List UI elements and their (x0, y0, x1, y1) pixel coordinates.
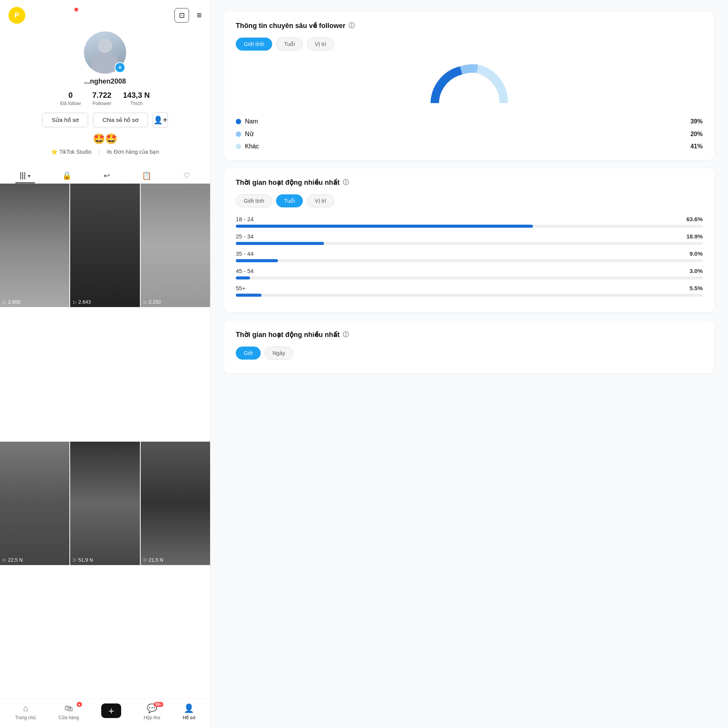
video-count-4: ▷ 22,5 N (3, 557, 23, 563)
tiktok-studio-link[interactable]: ⭐ TikTok Studio (51, 149, 92, 155)
play-icon-4: ▷ (3, 557, 7, 562)
age-row-18-24: 18 - 24 63.6% (236, 216, 703, 228)
video-thumb-4[interactable]: ▷ 22,5 N (0, 442, 69, 565)
nam-pct: 39% (690, 118, 703, 125)
orders-icon: 🛍 (107, 149, 112, 155)
legend-row-nu: Nữ 20% (236, 130, 703, 138)
app-icon: P (8, 7, 25, 24)
time-of-day-title: Thời gian hoạt động nhiều nhất ⓘ (236, 330, 703, 339)
stat-follower-label: Follower (92, 100, 112, 106)
bar-fill-55plus (236, 294, 261, 297)
video-count-1: ▷ 2.800 (3, 299, 21, 305)
action-btns: Sửa hồ sơ Chia sẻ hồ sơ 👤+ (42, 112, 168, 128)
filter-tab-gender[interactable]: Giới tính (236, 38, 272, 51)
bookmark-tab-icon: 📋 (142, 171, 151, 180)
share-profile-button[interactable]: Chia sẻ hồ sơ (93, 113, 148, 127)
video-thumb-3[interactable]: ▷ 2.292 (141, 184, 210, 307)
tab-reposts[interactable]: ↩ (99, 168, 115, 183)
create-post-button[interactable]: + (101, 703, 121, 718)
nav-profile[interactable]: 👤 Hồ sơ (183, 703, 195, 720)
add-friend-button[interactable]: 👤+ (153, 112, 168, 128)
stat-follow-label: Đã follow (60, 100, 81, 106)
tab-liked[interactable]: ♡ (179, 168, 195, 183)
age-range-35-44: 35 - 44 (236, 250, 254, 257)
follower-info-icon: ⓘ (348, 22, 355, 30)
add-avatar-button[interactable]: + (115, 62, 125, 73)
age-filter-tabs: Giới tính Tuổi Vị trí (236, 194, 703, 207)
age-row-35-44: 35 - 44 9.0% (236, 250, 703, 262)
menu-icon[interactable]: ≡ (197, 10, 202, 20)
avatar-wrap: + (84, 31, 126, 74)
bar-fill-18-24 (236, 225, 533, 228)
age-filter-age[interactable]: Tuổi (276, 194, 303, 207)
bar-track-25-34 (236, 242, 703, 245)
age-range-55plus: 55+ (236, 285, 245, 291)
nav-shop-label: Cửa hàng (59, 715, 79, 720)
tiktok-studio-icon: ⭐ (51, 149, 58, 155)
nav-home[interactable]: ⌂ Trang chủ (15, 703, 36, 720)
bookmark-icon[interactable]: ⊡ (174, 8, 189, 23)
nav-inbox[interactable]: 💬 99+ Hộp thư (144, 703, 161, 720)
bar-fill-35-44 (236, 259, 278, 262)
profile-links: ⭐ TikTok Studio | 🛍 Đơn hàng của bạn (51, 149, 159, 155)
time-of-day-card: Thời gian hoạt động nhiều nhất ⓘ Giờ Ngà… (224, 320, 714, 373)
inbox-badge: 99+ (154, 702, 163, 707)
video-thumb-2[interactable]: ▷ 2.643 (70, 184, 140, 307)
age-filter-gender[interactable]: Giới tính (236, 194, 272, 207)
edit-profile-button[interactable]: Sửa hồ sơ (42, 113, 89, 127)
video-count-6: ▷ 21,5 N (144, 557, 163, 563)
time-tab-day[interactable]: Ngày (265, 347, 293, 360)
age-row-45-54: 45 - 54 3.0% (236, 268, 703, 279)
bar-fill-45-54 (236, 276, 250, 279)
khac-label: Khác (245, 143, 259, 150)
age-row-25-34: 25 - 34 18.9% (236, 233, 703, 245)
age-pct-55plus: 5.5% (690, 285, 703, 291)
nav-shop[interactable]: 🛍 ● Cửa hàng (59, 703, 79, 720)
stat-likes: 143,3 N Thích (123, 91, 150, 106)
profile-section: + ...nghen2008 0 Đã follow 7.722 Followe… (0, 28, 210, 161)
age-range-25-34: 25 - 34 (236, 233, 254, 240)
stat-follow: 0 Đã follow (60, 91, 81, 106)
time-tab-hour[interactable]: Giờ (236, 347, 261, 360)
tab-private[interactable]: 🔒 (58, 168, 76, 183)
username: ...nghen2008 (84, 77, 126, 85)
tab-dropdown-icon: ▾ (28, 173, 30, 179)
orders-link[interactable]: 🛍 Đơn hàng của bạn (107, 149, 159, 155)
follower-card-title: Thông tin chuyên sâu về follower ⓘ (236, 21, 703, 30)
age-filter-location[interactable]: Vị trí (307, 194, 334, 207)
video-thumb-5[interactable]: ▷ 51,9 N (70, 442, 140, 565)
donut-chart (427, 59, 511, 109)
time-filter-tabs: Giờ Ngày (236, 347, 703, 360)
stat-likes-label: Thích (123, 100, 150, 106)
follower-filter-tabs: Giới tính Tuổi Vị trí (236, 38, 703, 51)
active-time-title: Thời gian hoạt động nhiều nhất ⓘ (236, 178, 703, 187)
video-thumb-6[interactable]: ▷ 21,5 N (141, 442, 210, 565)
shop-badge: ● (77, 702, 82, 707)
tab-saved[interactable]: 📋 (137, 168, 156, 183)
link-divider: | (98, 149, 100, 155)
play-icon-3: ▷ (144, 299, 147, 305)
nam-dot (236, 119, 241, 124)
stat-likes-num: 143,3 N (123, 91, 150, 100)
bar-track-35-44 (236, 259, 703, 262)
bar-track-45-54 (236, 276, 703, 279)
legend-row-khac: Khác 41% (236, 143, 703, 150)
heart-icon: ♡ (183, 171, 190, 180)
nam-label: Nam (245, 118, 258, 125)
tab-videos-icon: ||| (20, 171, 26, 179)
tab-videos[interactable]: ||| ▾ (15, 168, 35, 183)
nav-create[interactable]: + (101, 706, 121, 718)
video-thumb-1[interactable]: ▷ 2.800 (0, 184, 69, 307)
home-icon: ⌂ (23, 703, 28, 713)
legend-row-nam: Nam 39% (236, 118, 703, 125)
left-panel: P ⊡ ≡ + ...nghen2008 0 Đã follow 7.722 F… (0, 0, 210, 728)
filter-tab-location[interactable]: Vị trí (307, 38, 334, 51)
play-icon-5: ▷ (73, 557, 77, 562)
stat-follow-num: 0 (60, 91, 81, 100)
tiktok-studio-label: TikTok Studio (59, 149, 92, 155)
bar-track-55plus (236, 294, 703, 297)
age-range-45-54: 45 - 54 (236, 268, 254, 274)
repost-icon: ↩ (104, 171, 110, 180)
nu-label: Nữ (245, 130, 253, 138)
filter-tab-age[interactable]: Tuổi (276, 38, 303, 51)
